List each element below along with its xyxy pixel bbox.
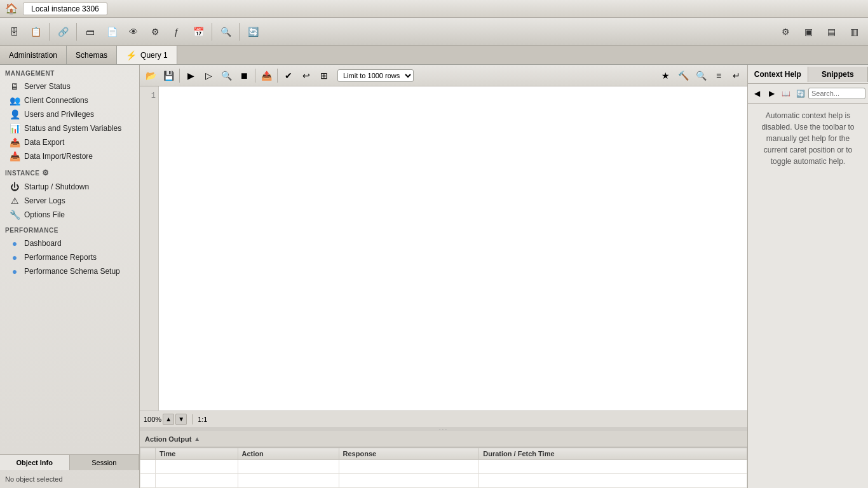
output-table: Time Action Response Duration / Fetch Ti… (140, 447, 747, 488)
status-variables-icon: 📊 (9, 123, 20, 133)
create-table-icon[interactable]: 📄 (102, 22, 122, 42)
revert-icon[interactable]: ↩ (298, 67, 315, 84)
tab-administration[interactable]: Administration (0, 46, 67, 64)
no-object-selected: No object selected (0, 470, 139, 488)
save-file-icon[interactable]: 💾 (160, 67, 177, 84)
settings-icon[interactable]: ⚙ (775, 22, 796, 42)
instance-gear-icon[interactable]: ⚙ (42, 168, 50, 177)
context-help-text: Automatic context help is disabled. Use … (761, 111, 854, 166)
row-action (238, 460, 339, 474)
options-file-label: Options File (24, 210, 65, 219)
import-icon[interactable]: 📤 (258, 67, 275, 84)
newline-icon[interactable]: ↵ (728, 67, 745, 84)
data-export-label: Data Export (24, 138, 64, 147)
performance-schema-icon: ● (9, 266, 20, 276)
execute-icon[interactable]: ▶ (182, 67, 199, 84)
col-time: Time (156, 448, 238, 460)
tab-session[interactable]: Session (70, 455, 140, 470)
col-response: Response (339, 448, 479, 460)
sidebar-item-data-import[interactable]: 📥 Data Import/Restore (0, 149, 139, 163)
zoom-bar: 100% ▲ ▼ 1:1 (140, 410, 747, 427)
sidebar-item-data-export[interactable]: 📤 Data Export (0, 135, 139, 149)
apply-icon[interactable]: ✔ (280, 67, 297, 84)
editor-container: 1 100% ▲ ▼ 1:1 Action Output ▲ (140, 86, 747, 488)
row-response (339, 460, 479, 474)
tab-query1[interactable]: ⚡ Query 1 (117, 46, 177, 64)
context-help-search (808, 88, 865, 99)
users-privileges-icon: 👤 (9, 109, 20, 119)
q-sep-2 (255, 69, 255, 83)
row-time (156, 474, 238, 488)
sidebar-item-performance-reports[interactable]: ● Performance Reports (0, 250, 139, 264)
users-privileges-label: Users and Privileges (24, 110, 94, 119)
format-icon[interactable]: 🔨 (675, 67, 691, 84)
sidebar-item-server-logs[interactable]: ⚠ Server Logs (0, 194, 139, 208)
beautify-icon[interactable]: ⊞ (316, 67, 332, 84)
ch-forward-icon[interactable]: ▶ (765, 86, 778, 100)
col-duration: Duration / Fetch Time (479, 448, 747, 460)
zoom-sep (192, 414, 193, 424)
sidebar-item-users-privileges[interactable]: 👤 Users and Privileges (0, 107, 139, 121)
row-check (140, 460, 156, 474)
zoom-up-btn[interactable]: ▲ (163, 414, 174, 425)
create-event-icon[interactable]: 📅 (188, 22, 208, 42)
home-icon[interactable]: 🏠 (5, 3, 18, 15)
data-import-icon: 📥 (9, 151, 20, 161)
toolbar-right: ⚙ ▣ ▤ ▥ (775, 22, 864, 42)
sidebar-item-dashboard[interactable]: ● Dashboard (0, 236, 139, 250)
tab-bar: Administration Schemas ⚡ Query 1 (0, 46, 868, 65)
create-view-icon[interactable]: 👁 (123, 22, 144, 42)
sidebar-item-status-variables[interactable]: 📊 Status and System Variables (0, 121, 139, 135)
ch-auto-icon[interactable]: 🔄 (794, 86, 807, 100)
q-sep-1 (179, 69, 180, 83)
context-help-header: Context Help Snippets (748, 65, 868, 84)
layout-icon-1[interactable]: ▣ (798, 22, 818, 42)
tab-snippets[interactable]: Snippets (808, 67, 869, 82)
reconnect-icon[interactable]: 🔄 (243, 22, 263, 42)
tab-context-help[interactable]: Context Help (748, 67, 808, 82)
performance-schema-label: Performance Schema Setup (24, 267, 120, 276)
query-tab-icon: ⚡ (126, 50, 137, 60)
sidebar-item-server-status[interactable]: 🖥 Server Status (0, 79, 139, 93)
tab-object-info[interactable]: Object Info (0, 455, 70, 470)
sidebar-item-performance-schema[interactable]: ● Performance Schema Setup (0, 264, 139, 278)
sidebar-item-options-file[interactable]: 🔧 Options File (0, 208, 139, 222)
action-output-bar: Action Output ▲ (140, 431, 747, 447)
word-wrap-icon[interactable]: ≡ (710, 67, 727, 84)
row-action (238, 474, 339, 488)
layout-icon-2[interactable]: ▤ (821, 22, 841, 42)
ch-back-icon[interactable]: ◀ (750, 86, 764, 100)
stop-icon[interactable]: ⏹ (236, 67, 252, 84)
create-function-icon[interactable]: ƒ (166, 22, 187, 42)
startup-shutdown-icon: ⏻ (9, 182, 20, 192)
performance-reports-icon: ● (9, 252, 20, 262)
explain-icon[interactable]: 🔍 (218, 67, 234, 84)
open-file-icon[interactable]: 📂 (142, 67, 159, 84)
editor[interactable] (159, 86, 747, 410)
row-response (339, 474, 479, 488)
limit-select[interactable]: Limit to 10 rows Limit to 100 rows Limit… (337, 69, 414, 82)
zoom-in-icon[interactable]: 🔍 (693, 67, 709, 84)
context-help-search-input[interactable] (808, 88, 865, 99)
execute-selection-icon[interactable]: ▷ (200, 67, 217, 84)
sidebar-item-client-connections[interactable]: 👥 Client Connections (0, 93, 139, 107)
toolbar-sep-3 (212, 23, 212, 41)
bookmark-icon[interactable]: ★ (657, 67, 674, 84)
sidebar: MANAGEMENT 🖥 Server Status 👥 Client Conn… (0, 65, 140, 488)
sql-icon[interactable]: 📋 (25, 22, 46, 42)
create-procedure-icon[interactable]: ⚙ (145, 22, 165, 42)
layout-icon-3[interactable]: ▥ (844, 22, 864, 42)
session-tab-label: Session (92, 459, 116, 466)
manage-connections-icon[interactable]: 🔗 (53, 22, 73, 42)
instance-title: Local instance 3306 (23, 3, 107, 15)
tab-schemas[interactable]: Schemas (67, 46, 117, 64)
client-connections-icon: 👥 (9, 95, 20, 105)
performance-reports-label: Performance Reports (24, 253, 97, 262)
search-icon[interactable]: 🔍 (215, 22, 236, 42)
zoom-down-btn[interactable]: ▼ (175, 414, 187, 425)
new-connection-icon[interactable]: 🗄 (4, 22, 24, 42)
ch-manual-icon[interactable]: 📖 (780, 86, 793, 100)
sidebar-item-startup-shutdown[interactable]: ⏻ Startup / Shutdown (0, 180, 139, 194)
action-output-toggle[interactable]: ▲ (194, 435, 200, 442)
create-schema-icon[interactable]: 🗃 (80, 22, 100, 42)
